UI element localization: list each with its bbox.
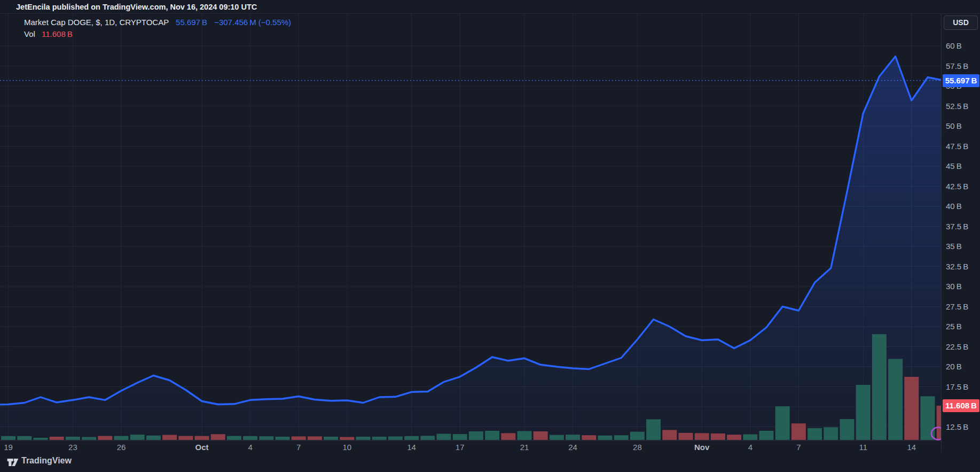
- chart-canvas[interactable]: [0, 0, 980, 472]
- volume-bar: [759, 431, 774, 440]
- price-tick-label: 52.5 B: [946, 101, 980, 112]
- volume-bar: [630, 432, 645, 440]
- volume-bar: [614, 435, 629, 440]
- volume-bar: [356, 437, 371, 440]
- volume-bar: [824, 427, 838, 440]
- volume-bar: [404, 436, 419, 440]
- price-tick-label: 45 B: [946, 161, 980, 172]
- time-tick-label: 11: [859, 441, 867, 453]
- attribution-text: JetEncila published on TradingView.com, …: [16, 3, 257, 11]
- time-tick-label: 4: [248, 441, 252, 453]
- volume-bar: [130, 435, 145, 440]
- attribution-bar: JetEncila published on TradingView.com, …: [0, 0, 980, 14]
- volume-bar: [711, 434, 725, 440]
- time-tick-label: 23: [68, 441, 77, 453]
- legend-change: −307.456 M (−0.55%): [214, 18, 291, 27]
- volume-bar: [340, 437, 354, 440]
- price-tick-label: 60 B: [946, 41, 980, 51]
- volume-bar: [195, 436, 209, 440]
- volume-bar: [582, 435, 596, 440]
- volume-bar: [775, 406, 790, 440]
- time-tick-label: 17: [456, 441, 465, 453]
- volume-value: 11.608 B: [42, 29, 73, 38]
- volume-bar: [566, 435, 580, 440]
- time-tick-label: 28: [633, 441, 642, 453]
- time-tick-label: 14: [407, 441, 416, 453]
- volume-bar: [227, 436, 241, 440]
- volume-bar: [807, 428, 822, 440]
- time-tick-label: 19: [4, 441, 13, 453]
- volume-bar: [114, 436, 129, 440]
- volume-bar: [276, 437, 290, 440]
- volume-bar: [372, 437, 387, 440]
- legend-last-value: 55.697 B: [176, 18, 207, 27]
- price-tick-label: 37.5 B: [946, 221, 980, 232]
- volume-bar: [292, 436, 306, 440]
- volume-bar: [695, 433, 709, 440]
- volume-bar: [98, 436, 112, 440]
- tradingview-wordmark[interactable]: TradingView: [21, 456, 72, 466]
- time-tick-label: 24: [568, 441, 577, 453]
- chart-legend: Market Cap DOGE, $, 1D, CRYPTOCAP 55.697…: [24, 18, 291, 41]
- time-tick-label: 26: [117, 441, 126, 453]
- area-fill: [0, 57, 944, 441]
- volume-bar: [17, 436, 32, 440]
- time-tick-label: Nov: [694, 441, 709, 453]
- volume-bar: [872, 334, 887, 440]
- price-tick-label: 57.5 B: [946, 61, 980, 72]
- volume-bar: [921, 396, 935, 440]
- volume-bar: [598, 436, 613, 440]
- price-tick-label: 30 B: [946, 281, 980, 292]
- price-tick-label: 20 B: [946, 361, 980, 372]
- volume-bar: [501, 433, 515, 440]
- volume-bar: [388, 436, 403, 440]
- volume-bar: [1, 436, 15, 440]
- volume-bar: [646, 419, 661, 440]
- price-tick-label: 27.5 B: [946, 301, 980, 312]
- volume-bar: [662, 430, 677, 440]
- price-tick-label: 32.5 B: [946, 261, 980, 272]
- price-tick-label: 25 B: [946, 321, 980, 332]
- legend-volume-row: Vol 11.608 B: [24, 29, 291, 39]
- volume-bar: [856, 385, 871, 440]
- price-tick-label: 42.5 B: [946, 181, 980, 192]
- volume-label: Vol: [24, 29, 35, 38]
- time-tick-label: 4: [748, 441, 752, 453]
- time-tick-label: 7: [296, 441, 301, 453]
- volume-bar: [437, 434, 451, 440]
- volume-bar: [727, 435, 741, 440]
- volume-bar: [518, 431, 532, 440]
- volume-bar: [485, 431, 499, 440]
- volume-bar: [469, 431, 483, 440]
- volume-bar: [162, 435, 177, 440]
- currency-toggle-button[interactable]: USD: [944, 16, 978, 30]
- volume-bar: [66, 437, 80, 440]
- volume-bar: [743, 435, 757, 440]
- volume-bar: [146, 436, 161, 440]
- price-axis[interactable]: USD 60 B57.5 B55 B52.5 B50 B47.5 B45 B42…: [941, 14, 980, 453]
- volume-bar: [904, 377, 919, 440]
- current-volume-badge: 11.608 B: [943, 399, 979, 412]
- price-tick-label: 50 B: [946, 121, 980, 131]
- time-tick-label: 21: [520, 441, 529, 453]
- volume-bar: [534, 431, 548, 440]
- volume-bar: [791, 423, 806, 440]
- volume-bar: [243, 436, 257, 440]
- legend-symbol-row: Market Cap DOGE, $, 1D, CRYPTOCAP 55.697…: [24, 18, 291, 27]
- volume-bar: [34, 438, 48, 440]
- price-tick-label: 40 B: [946, 201, 980, 212]
- volume-bar: [308, 436, 322, 440]
- price-tick-label: 22.5 B: [946, 342, 980, 352]
- volume-bar: [324, 437, 338, 440]
- volume-bar: [50, 437, 64, 440]
- tradingview-logo-icon[interactable]: [7, 457, 19, 468]
- time-axis[interactable]: 192326Oct47101417212428Nov471114: [0, 440, 980, 454]
- volume-bar: [550, 435, 564, 440]
- volume-bar: [178, 436, 193, 440]
- volume-bar: [211, 434, 225, 440]
- current-price-badge: 55.697 B: [943, 74, 979, 87]
- price-tick-label: 35 B: [946, 241, 980, 252]
- volume-bar: [679, 433, 693, 440]
- time-tick-label: Oct: [195, 441, 208, 453]
- time-tick-label: 7: [796, 441, 801, 453]
